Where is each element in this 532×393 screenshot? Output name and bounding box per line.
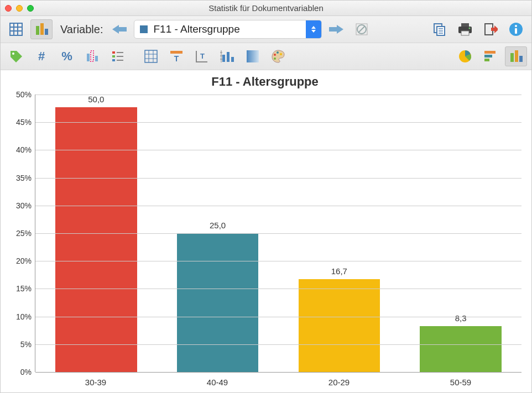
svg-rect-30 xyxy=(91,51,93,61)
horizontal-bar-button[interactable] xyxy=(479,46,502,66)
y-tick-label: 30% xyxy=(16,201,32,210)
prev-variable-button[interactable] xyxy=(108,19,131,39)
svg-point-57 xyxy=(274,57,276,60)
svg-marker-8 xyxy=(112,25,127,34)
axis-label-button[interactable]: T xyxy=(191,46,213,66)
grid-line xyxy=(35,317,521,317)
svg-point-28 xyxy=(12,53,14,55)
maximize-icon[interactable] xyxy=(27,5,34,12)
variable-dropdown-label: F11 - Altersgruppe xyxy=(153,23,300,35)
table-view-button[interactable] xyxy=(5,19,27,39)
y-tick-label: 15% xyxy=(16,284,32,293)
select-bars-button[interactable] xyxy=(81,46,103,66)
svg-line-12 xyxy=(358,26,365,33)
grid-line xyxy=(35,233,521,234)
svg-rect-20 xyxy=(461,31,469,35)
palette-icon xyxy=(271,49,285,64)
pie-chart-button[interactable] xyxy=(454,46,476,66)
svg-rect-47 xyxy=(227,52,230,62)
y-tick-label: 20% xyxy=(16,256,32,265)
grid-line xyxy=(35,289,521,289)
toolbar-main: Variable: F11 - Altersgruppe xyxy=(1,16,531,43)
svg-text:T: T xyxy=(200,52,205,60)
svg-rect-48 xyxy=(231,57,234,62)
export-button[interactable] xyxy=(479,19,502,39)
bar-value-label: 8,3 xyxy=(455,313,467,323)
window-controls xyxy=(5,5,34,12)
vbar-icon xyxy=(509,49,523,64)
gradient-icon xyxy=(246,50,259,63)
chart-view-button[interactable] xyxy=(30,19,53,39)
dropdown-arrows-icon xyxy=(306,20,321,39)
copy-icon xyxy=(432,22,447,36)
svg-marker-27 xyxy=(11,51,22,62)
grid-line xyxy=(35,372,521,373)
app-window: Statistik für Dokumentvariablen Variable… xyxy=(0,0,532,393)
svg-rect-63 xyxy=(515,50,518,62)
svg-marker-23 xyxy=(491,25,498,33)
svg-rect-64 xyxy=(519,56,523,62)
gradient-button[interactable] xyxy=(242,46,264,66)
variable-dropdown[interactable]: F11 - Altersgruppe xyxy=(134,20,322,39)
y-tick-label: 35% xyxy=(16,174,32,182)
grid-icon xyxy=(144,50,158,63)
bar-chart-icon xyxy=(34,22,49,36)
grid-line xyxy=(35,206,521,206)
svg-marker-9 xyxy=(329,25,343,34)
svg-rect-0 xyxy=(10,23,22,35)
chart-plot: 0%5%10%15%20%25%30%35%40%45%50% 50,025,0… xyxy=(8,95,521,372)
info-button[interactable] xyxy=(505,19,527,39)
percent-button[interactable]: % xyxy=(56,46,78,66)
minimize-icon[interactable] xyxy=(16,5,23,12)
tag-button[interactable] xyxy=(5,46,27,66)
chart-title: F11 - Altersgruppe xyxy=(8,75,521,89)
hbar-icon xyxy=(483,49,498,64)
color-palette-button[interactable] xyxy=(267,46,289,66)
bar-value-label: 25,0 xyxy=(210,221,226,230)
table-icon xyxy=(9,22,23,36)
count-button[interactable]: # xyxy=(30,46,53,66)
svg-point-56 xyxy=(280,53,282,55)
axis-t-icon: T xyxy=(195,49,209,64)
svg-point-55 xyxy=(277,51,279,54)
grid-line xyxy=(35,95,521,95)
print-button[interactable] xyxy=(454,19,476,39)
close-icon[interactable] xyxy=(5,5,12,12)
pie-icon xyxy=(458,49,472,64)
variable-label: Variable: xyxy=(60,23,103,36)
bar-value-label: 16,7 xyxy=(331,266,347,276)
export-icon xyxy=(483,22,498,36)
title-t-icon: T xyxy=(169,49,184,64)
copy-button[interactable] xyxy=(429,19,451,39)
grid-line xyxy=(35,122,521,123)
svg-rect-43 xyxy=(170,51,182,54)
tag-icon xyxy=(9,49,23,64)
bar-rect xyxy=(177,233,259,372)
svg-point-21 xyxy=(469,28,471,29)
variable-color-swatch xyxy=(140,25,148,33)
svg-rect-7 xyxy=(45,29,48,35)
info-icon xyxy=(509,22,523,36)
svg-rect-53 xyxy=(247,50,259,62)
svg-rect-46 xyxy=(222,55,225,62)
vertical-bar-button[interactable] xyxy=(505,46,527,66)
grid-line xyxy=(35,261,521,261)
x-tick-label: 30-39 xyxy=(35,372,157,387)
gridlines-button[interactable] xyxy=(140,46,162,66)
next-variable-button[interactable] xyxy=(325,19,347,39)
x-tick-label: 20-29 xyxy=(278,372,400,387)
list-icon xyxy=(111,49,125,64)
filter-clear-button[interactable] xyxy=(351,19,373,39)
legend-button[interactable] xyxy=(107,46,129,66)
plot-grid: 50,025,016,78,3 xyxy=(35,95,521,372)
scale-button[interactable] xyxy=(216,46,238,66)
svg-rect-62 xyxy=(510,53,514,62)
printer-icon xyxy=(457,22,473,36)
svg-rect-34 xyxy=(112,59,115,61)
percent-icon: % xyxy=(61,49,72,64)
svg-rect-18 xyxy=(461,23,469,27)
title-edit-button[interactable]: T xyxy=(165,46,187,66)
window-title: Statistik für Dokumentvariablen xyxy=(1,3,531,13)
bar-rect xyxy=(299,279,380,372)
grid-line xyxy=(35,178,521,179)
